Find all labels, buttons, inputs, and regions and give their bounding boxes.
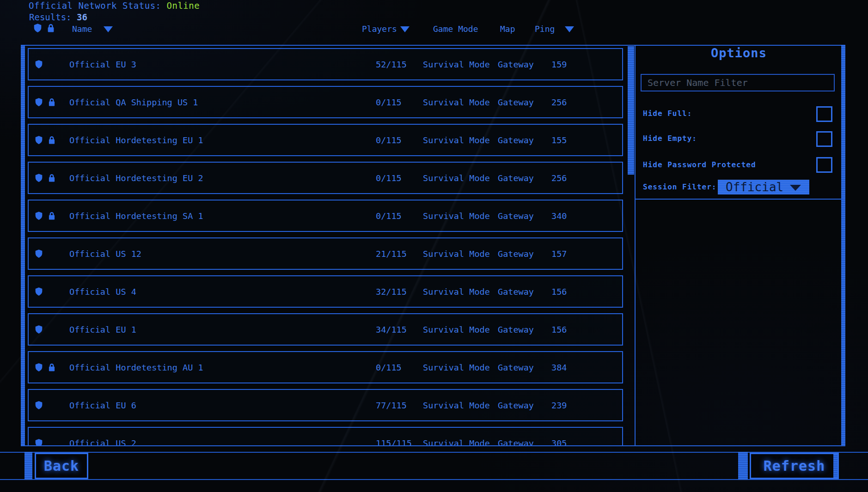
server-map: Gateway	[498, 97, 551, 107]
lock-icon	[47, 363, 69, 372]
refresh-button[interactable]: Refresh	[750, 453, 839, 479]
server-game-mode: Survival Mode	[423, 211, 498, 221]
server-name: Official QA Shipping US 1	[69, 97, 376, 107]
server-players: 21/115	[376, 249, 423, 259]
server-name: Official US 12	[69, 249, 376, 259]
results-line: Results: 36	[29, 12, 87, 22]
server-players: 0/115	[376, 363, 423, 372]
server-players: 115/115	[376, 438, 423, 446]
shield-icon	[35, 287, 47, 296]
server-players: 34/115	[376, 325, 423, 334]
list-bottom-border	[21, 445, 845, 446]
server-name-filter-input[interactable]	[641, 74, 835, 91]
server-row[interactable]: Official Hordetesting SA 1 0/115 Surviva…	[28, 200, 623, 232]
server-map: Gateway	[498, 135, 551, 145]
server-name: Official US 2	[69, 438, 376, 446]
server-ping: 156	[551, 287, 622, 297]
server-game-mode: Survival Mode	[423, 287, 498, 297]
server-ping: 256	[551, 173, 622, 183]
hide-password-checkbox[interactable]	[816, 157, 832, 173]
server-game-mode: Survival Mode	[423, 60, 498, 69]
list-scrollbar[interactable]	[628, 46, 634, 175]
server-row[interactable]: Official Hordetesting EU 2 0/115 Surviva…	[28, 162, 623, 194]
shield-icon	[35, 173, 47, 182]
server-row[interactable]: Official Hordetesting EU 1 0/115 Surviva…	[28, 124, 623, 156]
players-sort-icon[interactable]	[400, 26, 410, 32]
column-header-row: Name Players Game Mode Map Ping	[0, 23, 868, 35]
hide-full-label: Hide Full:	[643, 109, 692, 118]
column-map[interactable]: Map	[500, 24, 515, 34]
server-row[interactable]: Official EU 3 52/115 Survival Mode Gatew…	[28, 48, 623, 80]
server-name: Official Hordetesting SA 1	[69, 211, 376, 221]
server-row[interactable]: Official US 4 32/115 Survival Mode Gatew…	[28, 275, 623, 308]
server-players: 0/115	[376, 135, 423, 145]
server-map: Gateway	[498, 325, 551, 334]
column-game-mode[interactable]: Game Mode	[433, 24, 478, 34]
column-name[interactable]: Name	[72, 24, 92, 34]
server-map: Gateway	[498, 438, 551, 446]
column-players[interactable]: Players	[362, 24, 397, 34]
shield-icon	[35, 401, 47, 410]
server-name: Official Hordetesting AU 1	[69, 363, 376, 372]
server-players: 0/115	[376, 97, 423, 107]
server-game-mode: Survival Mode	[423, 97, 498, 107]
server-map: Gateway	[498, 401, 551, 410]
server-players: 52/115	[376, 60, 423, 69]
server-game-mode: Survival Mode	[423, 135, 498, 145]
server-name: Official US 4	[69, 287, 376, 297]
server-players: 77/115	[376, 401, 423, 410]
server-map: Gateway	[498, 211, 551, 221]
network-status-line: Official Network Status: Online	[29, 0, 200, 11]
server-row[interactable]: Official US 12 21/115 Survival Mode Gate…	[28, 237, 623, 270]
session-filter-dropdown[interactable]: Official	[718, 180, 809, 194]
shield-icon	[35, 97, 47, 107]
server-map: Gateway	[498, 249, 551, 259]
options-scrollbar[interactable]	[841, 45, 845, 446]
server-list: Official EU 3 52/115 Survival Mode Gatew…	[21, 46, 626, 445]
server-game-mode: Survival Mode	[423, 363, 498, 372]
bottom-bar-left-accent	[24, 452, 32, 480]
server-ping: 155	[551, 135, 622, 145]
server-row[interactable]: Official EU 1 34/115 Survival Mode Gatew…	[28, 313, 623, 346]
shield-icon	[35, 438, 47, 445]
server-row[interactable]: Official US 2 115/115 Survival Mode Gate…	[28, 427, 623, 445]
network-status-label: Official Network Status:	[29, 0, 161, 11]
lock-icon	[47, 173, 69, 182]
lock-icon	[47, 97, 69, 107]
results-label: Results:	[29, 12, 72, 22]
back-button[interactable]: Back	[35, 453, 88, 479]
server-map: Gateway	[498, 173, 551, 183]
session-filter-value: Official	[726, 180, 783, 194]
server-name: Official EU 6	[69, 401, 376, 410]
server-row[interactable]: Official EU 6 77/115 Survival Mode Gatew…	[28, 389, 623, 421]
server-ping: 157	[551, 249, 622, 259]
server-row[interactable]: Official QA Shipping US 1 0/115 Survival…	[28, 86, 623, 118]
server-map: Gateway	[498, 363, 551, 372]
network-status-value: Online	[167, 0, 200, 11]
server-name: Official Hordetesting EU 2	[69, 173, 376, 183]
shield-icon	[35, 211, 47, 220]
options-title: Options	[635, 46, 843, 60]
shield-icon	[35, 60, 47, 69]
hide-empty-checkbox[interactable]	[816, 131, 832, 147]
column-ping[interactable]: Ping	[535, 24, 555, 34]
bottom-bar-right-accent	[738, 452, 748, 480]
server-ping: 256	[551, 97, 622, 107]
server-map: Gateway	[498, 60, 551, 69]
session-filter-label: Session Filter:	[643, 182, 717, 191]
server-ping: 384	[551, 363, 622, 372]
server-browser-screen: { "status": { "network_label": "Official…	[0, 0, 868, 492]
hide-full-checkbox[interactable]	[816, 106, 832, 122]
options-left-border	[635, 45, 636, 446]
server-name: Official EU 1	[69, 325, 376, 334]
ping-sort-icon[interactable]	[565, 26, 574, 32]
server-row[interactable]: Official Hordetesting AU 1 0/115 Surviva…	[28, 351, 623, 383]
name-sort-icon[interactable]	[104, 26, 113, 32]
lock-column-icon	[46, 23, 55, 35]
shield-icon	[35, 135, 47, 145]
hide-empty-label: Hide Empty:	[643, 134, 697, 143]
shield-icon	[35, 363, 47, 372]
server-game-mode: Survival Mode	[423, 173, 498, 183]
server-ping: 159	[551, 60, 622, 69]
server-ping: 305	[551, 438, 622, 446]
